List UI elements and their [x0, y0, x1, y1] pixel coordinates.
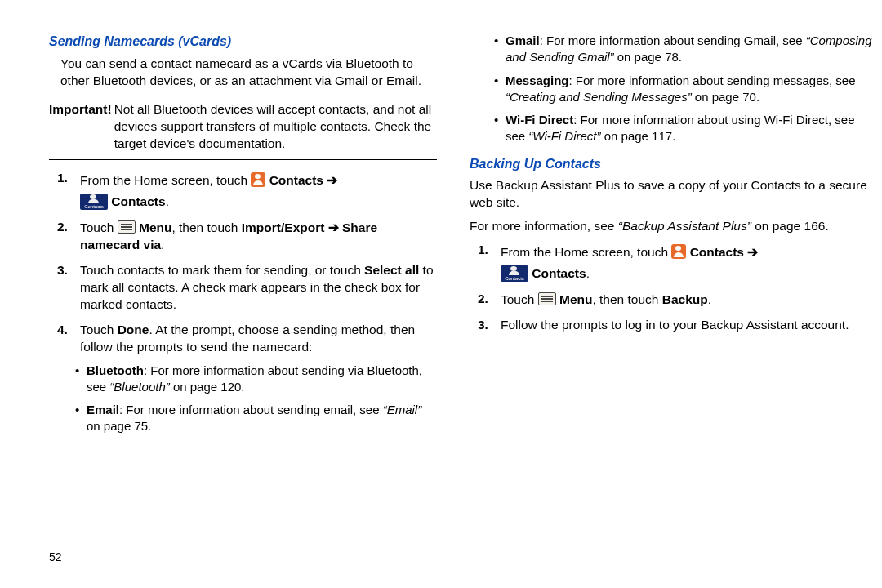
bullet-bluetooth: Bluetooth: For more information about se…: [75, 363, 437, 396]
step-text: From the Home screen, touch: [501, 245, 671, 259]
step-text: , then touch: [172, 220, 241, 234]
bullet-text: on page 78.: [614, 50, 682, 64]
step-text: Touch: [501, 292, 538, 306]
contacts-label: Contacts: [270, 173, 323, 187]
step-4: Touch Done. At the prompt, choose a send…: [80, 322, 437, 435]
contacts-label-2: Contacts: [532, 266, 586, 280]
backup-more-info: For more information, see “Backup Assist…: [470, 218, 874, 235]
period: .: [166, 194, 169, 208]
step-text: From the Home screen, touch: [80, 173, 251, 187]
folder-icon-label: Contacts: [501, 275, 528, 282]
bullet-text: on page 75.: [87, 419, 151, 433]
arrow-icon: ➔: [744, 245, 758, 259]
important-label: Important!: [49, 101, 114, 153]
bullet-messaging: Messaging: For more information about se…: [494, 73, 874, 106]
step-text: Touch: [80, 220, 118, 234]
important-note: Important! Not all Bluetooth devices wil…: [49, 96, 437, 160]
text: For more information, see: [470, 219, 618, 233]
ref-text: “Backup Assistant Plus”: [618, 219, 751, 233]
bullet-gmail: Gmail: For more information about sendin…: [494, 33, 874, 66]
page-number: 52: [49, 550, 62, 565]
done-label: Done: [118, 323, 149, 336]
period: .: [161, 238, 164, 252]
arrow-icon: ➔: [323, 173, 337, 187]
menu-icon: [538, 292, 556, 305]
contacts-label-2: Contacts: [111, 194, 165, 208]
messaging-label: Messaging: [506, 74, 569, 87]
method-bullets: Bluetooth: For more information about se…: [75, 363, 437, 435]
steps-list-left: From the Home screen, touch Contacts ➔ C…: [49, 170, 437, 434]
method-bullets-cont: Gmail: For more information about sendin…: [494, 33, 874, 145]
right-column: Gmail: For more information about sendin…: [461, 33, 874, 580]
ref-text: “Email”: [383, 403, 422, 416]
wifi-direct-label: Wi-Fi Direct: [506, 113, 573, 127]
bullet-text: on page 117.: [601, 129, 676, 143]
gmail-label: Gmail: [506, 33, 540, 47]
heading-sending-namecards: Sending Namecards (vCards): [49, 33, 437, 51]
menu-label: Menu: [139, 220, 172, 234]
menu-label: Menu: [559, 292, 592, 306]
folder-icon-label: Contacts: [80, 203, 108, 210]
contacts-folder-icon: Contacts: [501, 265, 528, 282]
step-text: Follow the prompts to log in to your Bac…: [501, 318, 849, 332]
bullet-text: : For more information about sending mes…: [569, 74, 856, 87]
step-3: Follow the prompts to log in to your Bac…: [501, 317, 874, 334]
bullet-text: on page 70.: [692, 90, 760, 104]
steps-list-right: From the Home screen, touch Contacts ➔ C…: [470, 242, 874, 334]
step-1: From the Home screen, touch Contacts ➔ C…: [501, 242, 874, 283]
bluetooth-label: Bluetooth: [87, 363, 144, 377]
important-text: Not all Bluetooth devices will accept co…: [114, 101, 437, 153]
contacts-app-icon: [671, 244, 686, 259]
manual-page: Sending Namecards (vCards) You can send …: [0, 0, 882, 588]
menu-icon: [118, 220, 136, 234]
step-text: Touch contacts to mark them for sending,…: [80, 263, 364, 277]
bullet-wifi-direct: Wi-Fi Direct: For more information about…: [494, 112, 874, 145]
period: .: [708, 292, 711, 306]
ref-text: “Bluetooth”: [109, 380, 169, 394]
bullet-text: : For more information about sending Gma…: [540, 33, 806, 47]
step-text: Touch: [80, 323, 118, 336]
ref-text: “Creating and Sending Messages”: [506, 90, 692, 104]
step-2: Touch Menu, then touch Backup.: [501, 291, 874, 309]
step-2: Touch Menu, then touch Import/Export ➔ S…: [80, 219, 437, 254]
select-all-label: Select all: [364, 263, 419, 277]
backup-label: Backup: [662, 292, 708, 306]
bullet-text: on page 120.: [170, 380, 245, 394]
text: on page 166.: [751, 219, 829, 233]
bullet-email: Email: For more information about sendin…: [75, 402, 437, 435]
step-text: , then touch: [592, 292, 662, 306]
contacts-folder-icon: Contacts: [80, 194, 108, 210]
backup-intro: Use Backup Assistant Plus to save a copy…: [470, 177, 874, 212]
period: .: [586, 266, 590, 280]
left-column: Sending Namecards (vCards) You can send …: [49, 33, 461, 580]
step-1: From the Home screen, touch Contacts ➔ C…: [80, 170, 437, 211]
contacts-app-icon: [251, 172, 265, 187]
heading-backing-up: Backing Up Contacts: [470, 155, 874, 173]
contacts-label: Contacts: [690, 245, 744, 259]
email-label: Email: [87, 403, 119, 416]
intro-paragraph: You can send a contact namecard as a vCa…: [49, 56, 437, 90]
bullet-text: : For more information about sending ema…: [119, 403, 383, 416]
ref-text: “Wi-Fi Direct”: [528, 129, 600, 143]
step-3: Touch contacts to mark them for sending,…: [80, 262, 437, 314]
